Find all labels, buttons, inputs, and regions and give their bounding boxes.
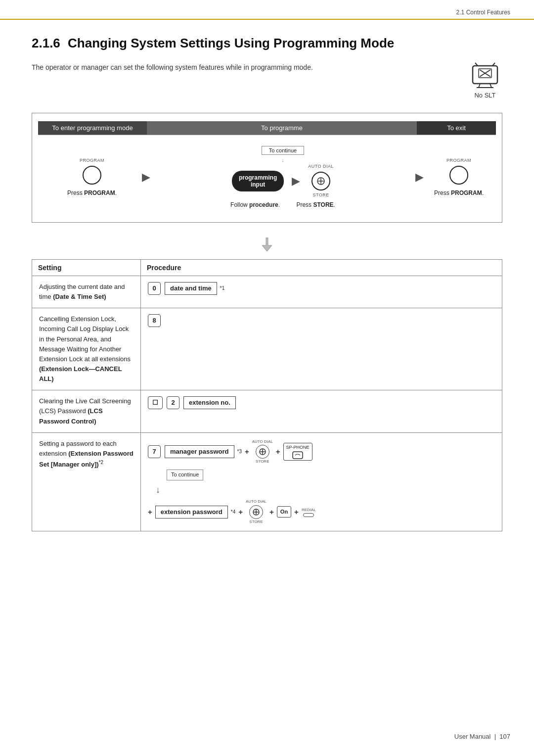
setting-lcs: Clearing the Live Call Screening (LCS) P… [32, 390, 141, 432]
plus-4: + [238, 506, 243, 518]
proc-row-extlock: 8 [148, 314, 495, 327]
setting-text-lcs: Clearing the Live Call Screening (LCS) P… [39, 397, 131, 415]
flow-enter-section: PROGRAM Press PROGRAM. [45, 158, 139, 196]
flow-exit-section: PROGRAM Press PROGRAM. [427, 158, 491, 196]
follow-procedure-text: Follow procedure. Press STORE. [230, 201, 335, 208]
flow-col-programme: To programme [147, 121, 417, 135]
key-2: 2 [167, 396, 179, 409]
redial-section: REDIAL [302, 507, 316, 517]
exit-program-circle [449, 166, 468, 185]
flow-mid-inner: programming input ▶ AUTO DIAL [232, 164, 334, 198]
section-label: 2.1 Control Features [456, 9, 510, 16]
store-label: STORE [312, 192, 329, 197]
note-2: *2 [99, 460, 103, 465]
programming-input-oval: programming input [232, 171, 284, 191]
exit-program-label: PROGRAM [446, 158, 471, 163]
arrow-1: ▶ [142, 171, 150, 184]
table-row: Setting a password to each extension (Ex… [32, 432, 502, 531]
flow-body: PROGRAM Press PROGRAM. ▶ To continue ↓ [38, 141, 496, 213]
to-continue-arrow: ↓ [281, 157, 284, 163]
to-continue-container: To continue [153, 146, 412, 155]
table-header-row: Setting Procedure [32, 260, 502, 276]
col-procedure-header: Procedure [141, 260, 502, 276]
page-content: 2.1.6 Changing System Settings Using Pro… [0, 20, 534, 551]
flow-col-exit: To exit [417, 121, 496, 135]
connector-arrow [32, 237, 502, 255]
svg-rect-15 [293, 452, 303, 459]
to-continue-row: To continue [148, 468, 495, 482]
no-slt-label: No SLT [474, 92, 495, 99]
setting-bold-extlock: (Extension Lock—CANCEL ALL) [39, 365, 122, 382]
to-continue-small: To continue [167, 470, 203, 480]
program-key-label: PROGRAM [80, 158, 104, 163]
key-0: 0 [148, 282, 161, 295]
proc-ext-lock: 8 [141, 308, 502, 390]
proc-date-time: 0 date and time *1 [141, 276, 502, 308]
extension-no-label: extension no. [183, 396, 236, 409]
settings-table: Setting Procedure Adjusting the current … [32, 259, 502, 531]
press-program-1-text: Press PROGRAM. [67, 189, 117, 196]
connector-arrow-svg [257, 237, 277, 252]
note-3: *3 [237, 448, 242, 456]
key-8: 8 [148, 314, 161, 327]
intro-text: The operator or manager can set the foll… [32, 62, 453, 73]
arrow-3: ▶ [415, 171, 424, 184]
store-section: AUTO DIAL STORE [308, 164, 334, 198]
proc-lcs: ☐ 2 extension no. [141, 390, 502, 432]
plus-6: + [294, 506, 299, 518]
plus-2: + [276, 446, 280, 457]
auto-dial-icon [259, 448, 267, 456]
section-title: 2.1.6 Changing System Settings Using Pro… [32, 36, 502, 51]
page-header: 2.1 Control Features [0, 0, 534, 20]
flow-header-row: To enter programming mode To programme T… [38, 121, 496, 135]
store-key-icon [316, 177, 325, 186]
store-key [312, 172, 330, 190]
auto-dial-key: AUTO DIAL STORE [252, 439, 273, 465]
plus-1: + [245, 446, 249, 457]
setting-ext-password: Setting a password to each extension (Ex… [32, 432, 141, 531]
table-row: Cancelling Extension Lock, Incoming Call… [32, 308, 502, 390]
table-row: Clearing the Live Call Screening (LCS) P… [32, 390, 502, 432]
sp-phone-key-1: SP-PHONE [283, 443, 312, 461]
down-arrow: ↓ [156, 483, 495, 497]
flow-col-enter: To enter programming mode [38, 121, 147, 135]
proc-ext-password: 7 manager password *3 + AUTO DIAL [141, 432, 502, 531]
proc-row-date-time: 0 date and time *1 [148, 282, 495, 295]
proc-row-lcs: ☐ 2 extension no. [148, 396, 495, 409]
proc-row-extpw-1: 7 manager password *3 + AUTO DIAL [148, 439, 495, 465]
press-program-2-text: Press PROGRAM. [434, 189, 484, 196]
setting-bold: (Date & Time Set) [53, 293, 106, 300]
intro-block: The operator or manager can set the foll… [32, 62, 502, 99]
extension-password-label: extension password [155, 506, 228, 519]
flow-diagram: To enter programming mode To programme T… [32, 113, 502, 223]
to-continue-box: To continue [262, 146, 304, 155]
note-4: *4 [231, 508, 235, 516]
note-1: *1 [220, 284, 224, 292]
date-time-label: date and time [165, 282, 217, 295]
arrow-2: ▶ [292, 175, 300, 188]
program-key-circle [83, 166, 101, 185]
sp-phone-icon-1 [292, 451, 303, 459]
setting-ext-lock: Cancelling Extension Lock, Incoming Call… [32, 308, 141, 390]
page-footer: User Manual | 107 [454, 733, 510, 740]
plus-5: + [269, 506, 274, 518]
table-row: Adjusting the current date and time (Dat… [32, 276, 502, 308]
auto-dial-label: AUTO DIAL [308, 164, 334, 169]
setting-date-time: Adjusting the current date and time (Dat… [32, 276, 141, 308]
flow-mid-section: To continue ↓ programming input ▶ AUTO D… [153, 146, 412, 208]
phone-icon [468, 62, 502, 92]
plus-3: + [148, 506, 152, 518]
setting-text-extlock: Cancelling Extension Lock, Incoming Call… [39, 315, 131, 363]
manager-password-label: manager password [165, 445, 234, 458]
auto-dial-icon-2 [252, 508, 260, 516]
key-checkbox: ☐ [148, 396, 163, 409]
proc-row-extpw-2: + extension password *4 + AUTO DIAL [148, 499, 495, 525]
key-7: 7 [148, 445, 161, 458]
redial-key [303, 513, 314, 517]
auto-dial-key-2: AUTO DIAL STORE [246, 499, 267, 525]
on-key: On [277, 506, 291, 518]
no-slt-icon: No SLT [468, 62, 502, 99]
col-setting-header: Setting [32, 260, 141, 276]
